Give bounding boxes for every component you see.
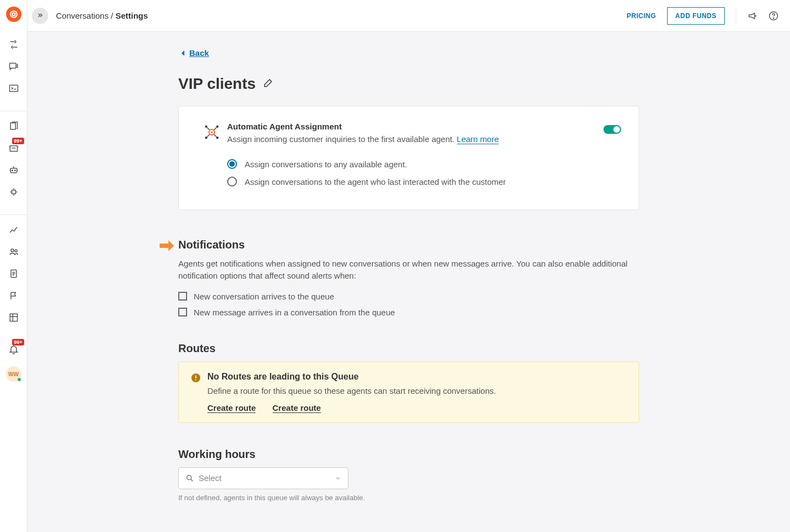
radio-last-interacted[interactable]: Assign conversations to the agent who la…	[227, 177, 621, 186]
svg-rect-16	[10, 314, 17, 321]
svg-point-21	[205, 126, 207, 128]
bell-icon[interactable]: 99+	[7, 342, 21, 356]
routes-section: Routes No Routes are leading to this Que…	[178, 342, 639, 423]
note-icon[interactable]	[7, 267, 21, 281]
create-route-link-1[interactable]: Create route	[207, 403, 256, 413]
notifications-desc: Agents get notifications when assigned t…	[178, 258, 639, 282]
svg-point-22	[216, 126, 218, 128]
svg-point-4	[17, 66, 18, 66]
svg-point-0	[10, 11, 17, 18]
search-icon	[185, 474, 194, 483]
working-hours-helper: If not defined, agents in this queue wil…	[178, 494, 639, 502]
notifications-section: Notifications Agents get notifications w…	[178, 239, 639, 317]
routes-title: Routes	[178, 342, 639, 355]
people-icon[interactable]	[7, 245, 21, 259]
flag-icon[interactable]	[7, 288, 21, 303]
svg-rect-27	[195, 379, 196, 380]
presence-dot	[17, 377, 21, 382]
breadcrumb: Conversations / Settings	[56, 11, 148, 20]
working-hours-title: Working hours	[178, 448, 639, 461]
sidebar: 99+ 99+ WW	[0, 0, 27, 532]
svg-point-10	[12, 170, 13, 171]
svg-point-5	[17, 67, 18, 67]
checkbox-new-message[interactable]: New message arrives in a conversation fr…	[178, 308, 639, 317]
copy-icon[interactable]	[7, 119, 21, 133]
working-hours-select[interactable]: Select	[178, 467, 348, 489]
inbox-icon[interactable]: 99+	[7, 141, 21, 155]
auto-assignment-toggle[interactable]	[603, 125, 621, 134]
warning-desc: Define a route for this queue so these a…	[207, 386, 496, 395]
chevron-left-icon	[180, 50, 185, 56]
avatar-initials: WW	[8, 371, 19, 377]
svg-point-20	[211, 131, 212, 133]
select-placeholder: Select	[199, 473, 335, 483]
page-title: VIP clients	[178, 75, 256, 93]
create-route-link-2[interactable]: Create route	[273, 403, 321, 413]
svg-point-1	[12, 13, 15, 15]
expand-sidebar-button[interactable]	[32, 8, 48, 24]
svg-point-28	[187, 475, 191, 479]
svg-rect-8	[10, 146, 17, 151]
terminal-icon[interactable]	[7, 81, 21, 95]
grid-icon[interactable]	[7, 310, 21, 325]
auto-assignment-card: Automatic Agent Assignment Assign incomi…	[178, 106, 639, 210]
routes-warning: No Routes are leading to this Queue Defi…	[178, 361, 639, 423]
svg-rect-12	[12, 190, 15, 194]
breadcrumb-current: Settings	[115, 11, 148, 20]
svg-point-14	[15, 250, 17, 252]
chat-icon[interactable]	[7, 59, 21, 73]
topbar: Conversations / Settings PRICING ADD FUN…	[27, 0, 790, 32]
bot-icon[interactable]	[7, 163, 21, 177]
radio-any-available[interactable]: Assign conversations to any available ag…	[227, 159, 621, 169]
app-logo[interactable]	[6, 7, 21, 22]
warning-title: No Routes are leading to this Queue	[207, 372, 496, 382]
svg-rect-7	[10, 123, 15, 129]
auto-assignment-desc: Assign incoming customer inquiries to th…	[227, 134, 603, 144]
announcements-icon[interactable]	[747, 10, 758, 21]
warning-icon	[191, 373, 201, 383]
learn-more-link[interactable]: Learn more	[457, 134, 499, 144]
back-link[interactable]: Back	[180, 48, 209, 60]
chevron-down-icon	[335, 475, 341, 482]
svg-rect-26	[195, 375, 196, 378]
svg-point-24	[216, 137, 218, 139]
help-icon[interactable]	[768, 10, 779, 21]
add-funds-button[interactable]: ADD FUNDS	[667, 7, 725, 25]
bell-badge: 99+	[12, 339, 24, 346]
svg-point-3	[17, 64, 18, 65]
inbox-badge: 99+	[12, 138, 24, 144]
main-content: Back VIP clients	[27, 32, 790, 532]
pricing-link[interactable]: PRICING	[627, 12, 656, 20]
assignment-icon	[202, 123, 221, 142]
svg-point-11	[14, 170, 15, 171]
working-hours-section: Working hours Select If not defined, age…	[178, 448, 639, 502]
share-icon[interactable]	[7, 37, 21, 52]
checkbox-new-conversation[interactable]: New conversation arrives to the queue	[178, 292, 639, 301]
breadcrumb-parent[interactable]: Conversations	[56, 11, 109, 20]
svg-point-23	[205, 137, 207, 139]
target-icon[interactable]	[7, 185, 21, 199]
analytics-icon[interactable]	[7, 223, 21, 237]
svg-point-18	[773, 18, 774, 18]
edit-title-button[interactable]	[263, 78, 273, 90]
svg-rect-2	[9, 63, 16, 68]
avatar[interactable]: WW	[6, 366, 21, 382]
svg-rect-6	[9, 85, 18, 92]
notifications-title: Notifications	[178, 239, 639, 251]
back-label: Back	[189, 48, 209, 58]
auto-assignment-title: Automatic Agent Assignment	[227, 122, 603, 131]
arrow-annotation-icon	[159, 240, 175, 252]
svg-point-13	[11, 249, 14, 252]
